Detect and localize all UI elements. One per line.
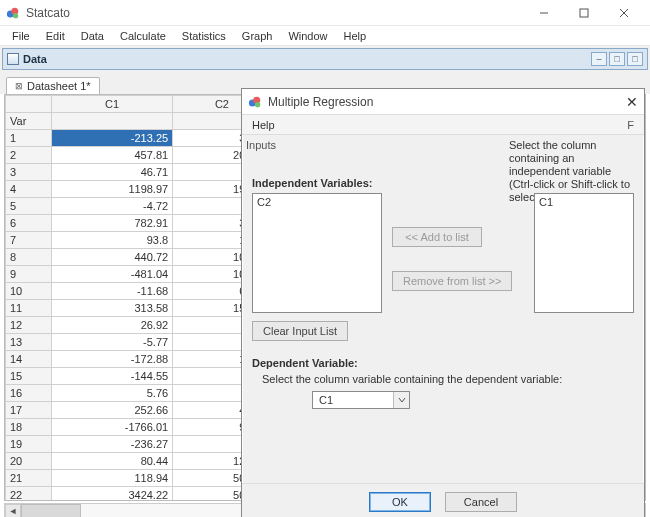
row-header[interactable]: 3 <box>6 164 52 181</box>
cell[interactable]: -172.88 <box>52 351 173 368</box>
cell[interactable]: 252.66 <box>52 402 173 419</box>
data-window-icon <box>7 53 19 65</box>
row-header[interactable]: 5 <box>6 198 52 215</box>
data-window-title: Data <box>23 53 589 65</box>
tab-datasheet-1[interactable]: ⊠ Datasheet 1* <box>6 77 100 94</box>
cell[interactable]: 457.81 <box>52 147 173 164</box>
cell[interactable]: 26.92 <box>52 317 173 334</box>
data-window-min[interactable]: – <box>591 52 607 66</box>
row-header[interactable]: 7 <box>6 232 52 249</box>
svg-point-9 <box>255 102 260 107</box>
row-header[interactable]: 2 <box>6 147 52 164</box>
dialog-titlebar: Multiple Regression ✕ <box>242 89 644 115</box>
row-header[interactable]: 19 <box>6 436 52 453</box>
close-button[interactable] <box>604 0 644 26</box>
dependent-variable-value: C1 <box>313 394 393 406</box>
list-item[interactable]: C2 <box>257 196 377 208</box>
row-header[interactable]: 4 <box>6 181 52 198</box>
cell[interactable]: 313.58 <box>52 300 173 317</box>
dialog-menu-right: F <box>627 119 634 131</box>
row-header[interactable]: 10 <box>6 283 52 300</box>
row-header[interactable]: 15 <box>6 368 52 385</box>
dialog-button-row: OK Cancel <box>242 483 644 517</box>
dialog-close-button[interactable]: ✕ <box>608 94 638 110</box>
column-header[interactable]: C1 <box>52 96 173 113</box>
remove-from-list-button[interactable]: Remove from list >> <box>392 271 512 291</box>
row-header[interactable]: 8 <box>6 249 52 266</box>
row-header[interactable]: 18 <box>6 419 52 436</box>
add-to-list-button[interactable]: << Add to list <box>392 227 482 247</box>
cell[interactable]: 93.8 <box>52 232 173 249</box>
cell[interactable]: 3424.22 <box>52 487 173 502</box>
cell[interactable]: -4.72 <box>52 198 173 215</box>
cell[interactable]: 5.76 <box>52 385 173 402</box>
cell[interactable]: -481.04 <box>52 266 173 283</box>
cell[interactable]: 118.94 <box>52 470 173 487</box>
data-window-bar: Data – □ □ <box>2 48 648 70</box>
dialog-help-menu[interactable]: Help <box>252 119 275 131</box>
minimize-button[interactable] <box>524 0 564 26</box>
row-header[interactable]: 21 <box>6 470 52 487</box>
row-header[interactable]: 12 <box>6 317 52 334</box>
cell[interactable]: 782.91 <box>52 215 173 232</box>
chevron-down-icon[interactable] <box>393 392 409 408</box>
row-header[interactable]: 1 <box>6 130 52 147</box>
row-header[interactable]: 14 <box>6 351 52 368</box>
cell[interactable]: 46.71 <box>52 164 173 181</box>
independent-variables-label: Independent Variables: <box>252 177 372 189</box>
var-row-header: Var <box>6 113 52 130</box>
maximize-button[interactable] <box>564 0 604 26</box>
cell[interactable]: 440.72 <box>52 249 173 266</box>
dialog-title: Multiple Regression <box>268 95 608 109</box>
var-cell[interactable] <box>52 113 173 130</box>
tab-close-icon[interactable]: ⊠ <box>15 81 23 91</box>
clear-input-list-button[interactable]: Clear Input List <box>252 321 348 341</box>
menu-help[interactable]: Help <box>336 28 375 44</box>
dependent-variable-label: Dependent Variable: <box>252 357 358 369</box>
menu-statistics[interactable]: Statistics <box>174 28 234 44</box>
row-header[interactable]: 17 <box>6 402 52 419</box>
data-window-max[interactable]: □ <box>609 52 625 66</box>
menu-graph[interactable]: Graph <box>234 28 281 44</box>
menu-edit[interactable]: Edit <box>38 28 73 44</box>
row-header[interactable]: 22 <box>6 487 52 502</box>
data-window-close[interactable]: □ <box>627 52 643 66</box>
multiple-regression-dialog: Multiple Regression ✕ Help F Inputs Sele… <box>241 88 645 517</box>
cell[interactable]: -144.55 <box>52 368 173 385</box>
row-header[interactable]: 20 <box>6 453 52 470</box>
cancel-button[interactable]: Cancel <box>445 492 517 512</box>
workspace: C1C2C3Var1-213.2538.942457.81208.16346.7… <box>0 94 650 517</box>
independent-variables-list[interactable]: C2 <box>252 193 382 313</box>
cell[interactable]: -1766.01 <box>52 419 173 436</box>
row-header[interactable]: 9 <box>6 266 52 283</box>
scroll-left-arrow[interactable]: ◄ <box>5 504 21 517</box>
dialog-icon <box>248 95 262 109</box>
row-header[interactable]: 16 <box>6 385 52 402</box>
cell[interactable]: 80.44 <box>52 453 173 470</box>
cell[interactable]: -236.27 <box>52 436 173 453</box>
cell[interactable]: 1198.97 <box>52 181 173 198</box>
scroll-thumb[interactable] <box>21 504 81 517</box>
ok-button[interactable]: OK <box>369 492 431 512</box>
row-header[interactable]: 6 <box>6 215 52 232</box>
available-columns-list[interactable]: C1 <box>534 193 634 313</box>
cell[interactable]: -11.68 <box>52 283 173 300</box>
cell[interactable]: -213.25 <box>52 130 173 147</box>
menu-calculate[interactable]: Calculate <box>112 28 174 44</box>
cell[interactable]: -5.77 <box>52 334 173 351</box>
dependent-variable-combo[interactable]: C1 <box>312 391 410 409</box>
dependent-variable-hint: Select the column variable containing th… <box>262 373 562 385</box>
tab-label: Datasheet 1* <box>27 80 91 92</box>
dialog-menu: Help F <box>242 115 644 135</box>
svg-point-2 <box>13 13 18 18</box>
menu-data[interactable]: Data <box>73 28 112 44</box>
row-header[interactable]: 11 <box>6 300 52 317</box>
corner-cell <box>6 96 52 113</box>
inputs-section-label: Inputs <box>246 139 276 151</box>
window-titlebar: Statcato <box>0 0 650 26</box>
window-title: Statcato <box>26 6 524 20</box>
menu-file[interactable]: File <box>4 28 38 44</box>
menu-window[interactable]: Window <box>280 28 335 44</box>
row-header[interactable]: 13 <box>6 334 52 351</box>
list-item[interactable]: C1 <box>539 196 629 208</box>
